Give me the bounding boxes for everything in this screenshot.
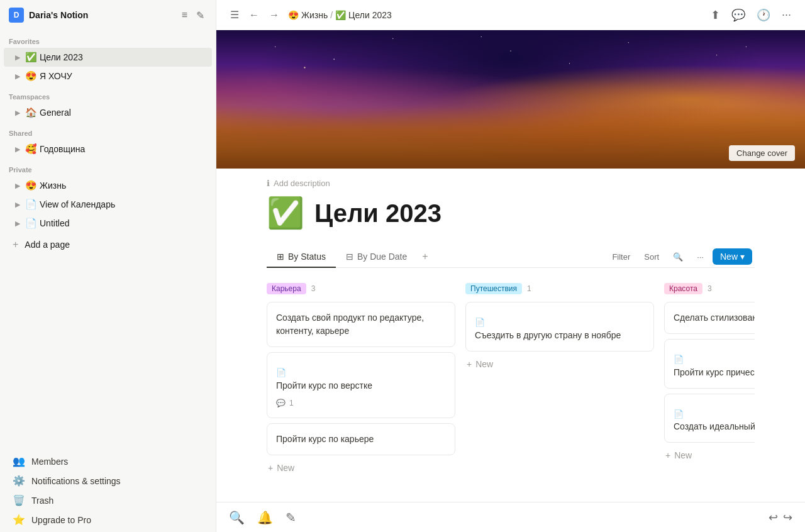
column-count-kariera: 3 (311, 284, 316, 293)
tab-by-due-date[interactable]: ⊟ By Due Date (336, 247, 417, 268)
column-header-beauty: Красота 3 (664, 280, 755, 297)
add-view-btn[interactable]: + (417, 246, 433, 267)
column-add-btn-travel[interactable]: + New (465, 357, 654, 372)
sidebar-item-untitled[interactable]: ▶ 📄 Untitled ··· + (4, 214, 212, 233)
shared-label: Shared (0, 122, 216, 140)
card-meta: 📄 (475, 316, 645, 329)
card-text: Пройти курс по карьере (276, 434, 374, 444)
kanban-card[interactable]: 📄 Пройти курс по верстке 💬 1 (267, 352, 455, 418)
sidebar-item-label: Жизнь (40, 180, 207, 191)
back-btn[interactable]: ← (245, 6, 263, 23)
bottom-actions: 🔍 🔔 ✎ (229, 510, 296, 525)
sidebar-toggle-btn[interactable]: ☰ (226, 6, 243, 23)
filter-btn[interactable]: Filter (607, 250, 635, 264)
redo-btn[interactable]: ↪ (783, 511, 792, 524)
column-add-btn-beauty[interactable]: + New (664, 448, 755, 463)
search-btn[interactable]: 🔍 (229, 510, 245, 525)
comments-btn[interactable]: 💬 (728, 6, 749, 25)
favorites-label: Favorites (0, 30, 216, 48)
add-description-btn[interactable]: ℹ Add description (267, 179, 330, 188)
new-record-btn[interactable]: New ▾ (713, 248, 752, 265)
notifications-btn[interactable]: ⚙️ Notifications & settings (4, 471, 212, 490)
sidebar-item-label: Я ХОЧУ (40, 71, 207, 81)
tab-by-status[interactable]: ⊞ By Status (267, 247, 336, 268)
breadcrumb-zhizn-emoji: 😍 (288, 10, 299, 20)
kanban-card[interactable]: Создать свой продукт по редактуре, конте… (267, 302, 455, 347)
doc-icon: 📄 (475, 316, 485, 329)
chevron-icon: ▶ (13, 219, 23, 228)
sidebar-header: D Daria's Notion ≡ ✎ (0, 0, 216, 30)
page-icon: ✅ (267, 196, 304, 231)
upgrade-label: Upgrade to Pro (31, 515, 91, 525)
kanban-column-kariera: Карьера 3 Создать свой продукт по редакт… (267, 280, 455, 475)
sidebar-item-godovshina[interactable]: ▶ 🥰 Годовщина ··· + (4, 140, 212, 158)
chevron-icon: ▶ (13, 182, 23, 190)
comment-count: 1 (289, 397, 294, 409)
kanban-board: Карьера 3 Создать свой продукт по редакт… (267, 268, 755, 488)
more-btn[interactable]: ··· (778, 6, 795, 24)
column-add-btn-kariera[interactable]: + New (267, 460, 455, 475)
item-emoji: 📄 (25, 199, 37, 210)
column-count-beauty: 3 (708, 284, 712, 293)
more-options-btn[interactable]: ··· (692, 250, 709, 264)
sidebar-item-zhizn[interactable]: ▶ 😍 Жизнь ··· + (4, 176, 212, 195)
upgrade-btn[interactable]: ⭐ Upgrade to Pro (4, 510, 212, 529)
item-emoji: 😍 (25, 180, 37, 191)
card-meta: 📄 (674, 408, 755, 421)
trash-icon: 🗑️ (13, 494, 25, 506)
workspace-icon: D (9, 8, 24, 23)
forward-btn[interactable]: → (265, 6, 283, 23)
doc-icon: 📄 (674, 353, 684, 366)
card-text: Пройти курс по верстке (276, 380, 372, 391)
sidebar-item-ya-hochu[interactable]: ▶ 😍 Я ХОЧУ ··· + (4, 67, 212, 86)
page-title-row: ✅ Цели 2023 (267, 191, 755, 246)
notifications-btn[interactable]: 🔔 (257, 510, 273, 525)
sidebar-item-label: Годовщина (40, 144, 207, 154)
kanban-card[interactable]: 📄 Создать идеальный гардероб (664, 394, 755, 443)
sort-btn[interactable]: Sort (639, 250, 664, 264)
sidebar-toggle-btn[interactable]: ≡ (179, 8, 190, 23)
sidebar-item-label: View of Календарь (40, 199, 207, 209)
members-btn[interactable]: 👥 Members (4, 452, 212, 471)
card-text: Создать свой продукт по редактуре, конте… (276, 313, 424, 336)
card-meta: 📄 (674, 353, 755, 366)
tabs-bar: ⊞ By Status ⊟ By Due Date + Filter Sort … (267, 246, 755, 268)
item-emoji: 🥰 (25, 143, 37, 155)
cover-terrain (216, 106, 805, 169)
notifications-icon: ⚙️ (13, 475, 25, 487)
trash-btn[interactable]: 🗑️ Trash (4, 490, 212, 510)
undo-btn[interactable]: ↩ (769, 511, 778, 524)
kanban-card[interactable]: Сделать стилизованную фотосессию (664, 302, 755, 334)
workspace-name: Daria's Notion (29, 10, 174, 20)
notifications-label: Notifications & settings (31, 476, 121, 486)
page-scrollable: ℹ Add description ✅ Цели 2023 ⊞ By Statu… (216, 169, 805, 502)
tab-grid-icon: ⊞ (277, 252, 284, 262)
sidebar-item-general[interactable]: ▶ 🏠 General + (4, 103, 212, 122)
compose-btn[interactable]: ✎ (286, 510, 296, 525)
kanban-card[interactable]: Пройти курс по карьере (267, 423, 455, 455)
card-text: Съездить в другую страну в ноябре (475, 330, 621, 340)
share-btn[interactable]: ⬆ (707, 6, 724, 25)
change-cover-btn[interactable]: Change cover (729, 145, 795, 161)
topbar-actions: ⬆ 💬 🕐 ··· (707, 6, 795, 25)
history-btn[interactable]: 🕐 (753, 6, 774, 25)
sidebar-item-tseli[interactable]: ▶ ✅ Цели 2023 ··· + (4, 48, 212, 67)
doc-icon: 📄 (276, 367, 286, 379)
breadcrumb-tseli[interactable]: ✅ Цели 2023 (335, 10, 392, 20)
card-text: Сделать стилизованную фотосессию (674, 313, 755, 323)
item-emoji: 🏠 (25, 107, 37, 118)
column-header-travel: Путешествия 1 (465, 280, 654, 297)
search-btn[interactable]: 🔍 (668, 250, 688, 264)
sidebar-item-view-calendar[interactable]: ▶ 📄 View of Календарь ··· + (4, 195, 212, 214)
new-page-btn[interactable]: ✎ (194, 8, 207, 23)
kanban-card[interactable]: 📄 Пройти курс причесок (664, 339, 755, 389)
bottom-bar: 🔍 🔔 ✎ ↩ ↪ (216, 502, 805, 532)
tabs-actions: Filter Sort 🔍 ··· New ▾ (607, 248, 755, 265)
breadcrumb-zhizn[interactable]: 😍 Жизнь (288, 10, 328, 20)
kanban-card[interactable]: 📄 Съездить в другую страну в ноябре (465, 302, 654, 352)
item-emoji: ✅ (25, 52, 37, 63)
item-emoji: 😍 (25, 70, 37, 82)
upgrade-icon: ⭐ (13, 514, 25, 526)
add-page-btn[interactable]: + Add a page (4, 235, 212, 254)
page-title[interactable]: Цели 2023 (314, 199, 441, 228)
